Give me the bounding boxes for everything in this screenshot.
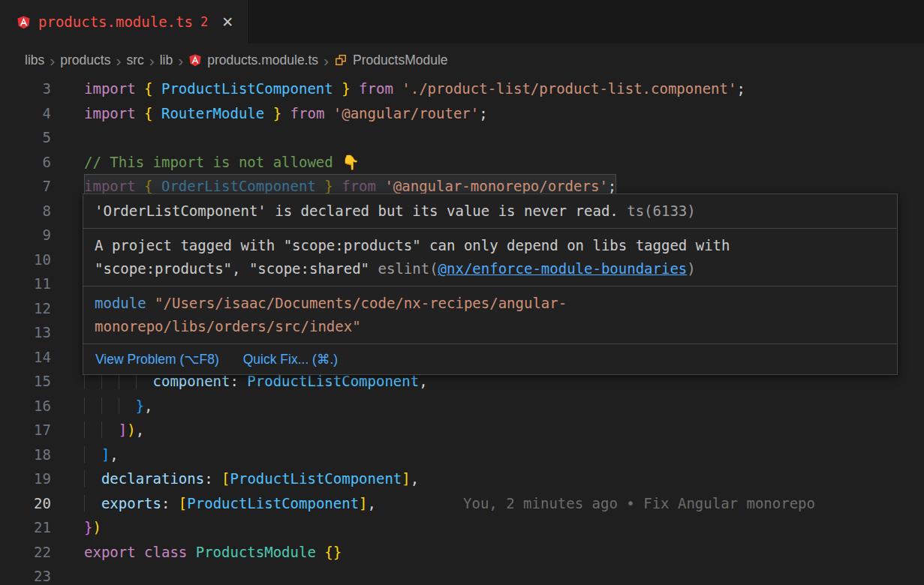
line-number[interactable]: 13 — [0, 320, 51, 345]
breadcrumb-item-libs[interactable]: libs — [25, 52, 44, 68]
breadcrumb-label: products.module.ts — [207, 52, 318, 68]
hover-message-row: A project tagged with "scope:products" c… — [83, 229, 897, 286]
code-content[interactable]: export class ProductsModule {} — [84, 540, 342, 565]
line-number[interactable]: 15 — [0, 369, 51, 394]
angular-icon — [17, 15, 31, 29]
code-line[interactable]: 23 — [0, 564, 924, 585]
code-line[interactable]: 3import { ProductListComponent } from '.… — [0, 76, 924, 101]
code-content[interactable]: declarations: [ProductListComponent], — [84, 466, 419, 491]
code-content[interactable]: ]), — [84, 418, 144, 442]
line-number[interactable]: 8 — [0, 199, 51, 224]
breadcrumb-label: libs — [25, 52, 44, 68]
code-content[interactable]: // This import is not allowed 👇 — [84, 150, 360, 175]
line-number[interactable]: 19 — [0, 466, 51, 491]
line-number[interactable]: 10 — [0, 248, 51, 272]
hover-actions: View Problem (⌥F8)Quick Fix... (⌘.) — [83, 344, 897, 374]
tab-problems-badge: 2 — [200, 14, 208, 29]
line-number[interactable]: 3 — [0, 76, 51, 101]
line-number[interactable]: 9 — [0, 223, 51, 248]
hover-text: ) — [687, 260, 695, 277]
hover-text: 'OrderListComponent' is declared but its… — [95, 202, 619, 219]
problem-hover: 'OrderListComponent' is declared but its… — [83, 194, 898, 375]
line-number[interactable]: 17 — [0, 418, 51, 442]
line-number[interactable]: 5 — [0, 125, 51, 150]
line-number[interactable]: 22 — [0, 540, 51, 565]
code-content[interactable]: import { ProductListComponent } from './… — [84, 76, 745, 101]
breadcrumb: libs›products›src›lib›products.module.ts… — [0, 44, 924, 76]
quick-fix-action[interactable]: Quick Fix... (⌘.) — [243, 349, 338, 370]
breadcrumb-item-products[interactable]: products — [60, 52, 110, 68]
code-content[interactable]: import { RouterModule } from '@angular/r… — [84, 101, 488, 126]
line-number[interactable]: 20 — [0, 491, 51, 516]
tab-products-module[interactable]: products.module.ts 2 ✕ — [0, 0, 248, 44]
line-number[interactable]: 11 — [0, 272, 51, 296]
hover-message-row: module "/Users/isaac/Documents/code/nx-r… — [83, 286, 897, 344]
breadcrumb-item-src[interactable]: src — [126, 52, 143, 68]
line-number[interactable]: 4 — [0, 101, 51, 126]
code-line[interactable]: 5 — [0, 125, 924, 150]
code-line[interactable]: 19 declarations: [ProductListComponent], — [0, 466, 924, 491]
line-number[interactable]: 18 — [0, 442, 51, 467]
code-line[interactable]: 6// This import is not allowed 👇 — [0, 150, 924, 175]
tab-bar: products.module.ts 2 ✕ — [0, 0, 924, 44]
breadcrumb-item-products-module-ts[interactable]: products.module.ts — [188, 52, 318, 68]
breadcrumb-label: ProductsModule — [353, 52, 447, 68]
line-number[interactable]: 12 — [0, 296, 51, 321]
line-number[interactable]: 14 — [0, 345, 51, 370]
view-problem-action[interactable]: View Problem (⌥F8) — [95, 349, 219, 370]
code-line[interactable]: 18 ], — [0, 442, 924, 467]
hover-text: module — [95, 295, 146, 311]
code-line[interactable]: 21}) — [0, 515, 924, 540]
tab-title: products.module.ts — [38, 14, 193, 30]
code-line[interactable]: 4import { RouterModule } from '@angular/… — [0, 101, 924, 126]
code-line[interactable]: 22export class ProductsModule {} — [0, 540, 924, 565]
code-content[interactable]: }, — [84, 394, 153, 418]
chevron-right-icon: › — [144, 52, 160, 68]
chevron-right-icon: › — [173, 52, 188, 68]
breadcrumb-item-productsmodule[interactable]: ProductsModule — [334, 52, 447, 68]
hover-text: ts(6133) — [619, 202, 696, 219]
close-icon[interactable]: ✕ — [221, 14, 233, 30]
line-number[interactable]: 7 — [0, 174, 51, 199]
breadcrumb-label: src — [126, 52, 143, 68]
line-number[interactable]: 6 — [0, 150, 51, 175]
chevron-right-icon: › — [318, 52, 334, 68]
class-symbol-icon — [334, 53, 348, 67]
code-line[interactable]: 17 ]), — [0, 418, 924, 442]
breadcrumb-label: lib — [160, 52, 173, 68]
chevron-right-icon: › — [110, 52, 126, 68]
code-line[interactable]: 20 exports: [ProductListComponent],You, … — [0, 491, 924, 516]
chevron-right-icon: › — [44, 52, 60, 68]
hover-rule-link[interactable]: @nx/enforce-module-boundaries — [438, 260, 688, 277]
code-content[interactable]: }) — [84, 515, 101, 540]
line-number[interactable]: 16 — [0, 394, 51, 418]
git-blame-annotation: You, 2 minutes ago • Fix Angular monorep… — [463, 495, 815, 512]
code-content[interactable]: exports: [ProductListComponent],You, 2 m… — [84, 491, 815, 516]
angular-logo-icon — [188, 53, 202, 67]
hover-message-row: 'OrderListComponent' is declared but its… — [83, 194, 897, 229]
hover-text: eslint( — [378, 260, 438, 277]
line-number[interactable]: 21 — [0, 515, 51, 540]
code-line[interactable]: 16 }, — [0, 394, 924, 418]
hover-text: "/Users/isaac/Documents/code/nx-recipes/… — [95, 295, 567, 334]
line-number[interactable]: 23 — [0, 564, 51, 585]
code-content[interactable]: ], — [84, 442, 119, 467]
breadcrumb-label: products — [60, 52, 110, 68]
breadcrumb-item-lib[interactable]: lib — [160, 52, 173, 68]
